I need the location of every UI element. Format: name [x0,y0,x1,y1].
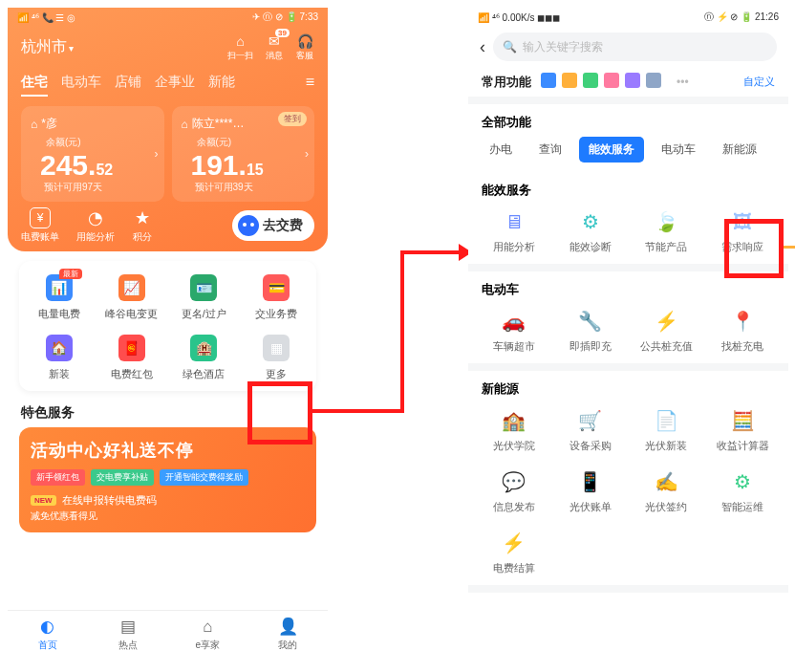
icon: 🍃 [653,208,679,235]
cat-tab-办电[interactable]: 办电 [480,137,522,163]
service-电费结算[interactable]: ⚡电费结算 [476,530,552,575]
common-functions-label: 常用功能 [482,74,531,91]
icon: 👤 [278,617,298,637]
service-信息发布[interactable]: 💬信息发布 [476,468,552,514]
cat-tab-能效服务[interactable]: 能效服务 [579,137,644,163]
tab-电动车[interactable]: 电动车 [61,74,101,97]
feature-更名/过户[interactable]: 🪪更名/过户 [168,274,241,321]
status-bar: 📶 ⁴⁶ 📞 ☰ ◎ ✈ ⓝ ⊘ 🔋 7:33 [8,8,328,27]
search-placeholder: 输入关键字搜索 [523,39,603,55]
feature-电量电费[interactable]: 最新📊电量电费 [23,274,96,321]
balance-label: 余额(元) [197,136,306,149]
feature-更多[interactable]: ▦更多 [240,335,312,381]
common-icon[interactable] [646,73,661,88]
service-即插即充[interactable]: 🔧即插即充 [552,308,629,354]
menu-icon[interactable]: ≡ [306,74,314,97]
balance-label: 余额(元) [46,136,155,149]
tab-店铺[interactable]: 店铺 [115,74,141,97]
promo-pill: 交电费享补贴 [91,469,154,486]
top-icon-消息[interactable]: ✉消息39 [265,33,284,62]
back-button[interactable]: ‹ [480,37,485,57]
service-用能分析[interactable]: 🖥用能分析 [476,208,552,254]
service-收益计算器[interactable]: 🧮收益计算器 [704,407,781,453]
arrow-h1 [312,409,404,413]
label: e享家 [196,639,221,652]
label: 电费红包 [111,367,153,381]
cat-tab-电动车[interactable]: 电动车 [652,137,705,163]
nav-首页[interactable]: ◐首页 [8,611,88,658]
label: 电费账单 [21,230,59,244]
icon: ⚡ [501,530,527,556]
service-智能运维[interactable]: ⚙智能运维 [704,468,781,514]
service-光伏签约[interactable]: ✍光伏签约 [629,468,705,514]
cat-tab-查询[interactable]: 查询 [529,137,571,163]
new-badge: 最新 [59,269,82,279]
icon: 🪪 [190,274,217,301]
chevron-down-icon: ▾ [69,43,74,54]
common-icon[interactable] [583,73,598,88]
location-text: 杭州市 [21,38,67,54]
right-phone: 📶 ⁴⁶ 0.00K/s ◼◼◼ ⓝ ⚡ ⊘ 🔋 21:26 ‹ 🔍 输入关键字… [468,8,788,658]
search-input[interactable]: 🔍 输入关键字搜索 [493,33,777,61]
nav-e享家[interactable]: ⌂e享家 [168,611,248,658]
feature-峰谷电变更[interactable]: 📈峰谷电变更 [96,274,168,321]
tool-电费账单[interactable]: ¥电费账单 [21,207,59,244]
cat-tab-新能源[interactable]: 新能源 [713,137,766,163]
tab-新能[interactable]: 新能 [208,74,235,97]
feature-绿色酒店[interactable]: 🏨绿色酒店 [168,335,241,381]
account-card-1[interactable]: ⌂陈立****… 签到 余额(元) 191.15 预计可用39天 › [172,106,315,202]
label: 我的 [278,639,297,652]
service-节能产品[interactable]: 🍃节能产品 [629,208,705,254]
service-光伏新装[interactable]: 📄光伏新装 [629,407,705,453]
status-left: 📶 ⁴⁶ 📞 ☰ ◎ [17,12,75,23]
tab-住宅[interactable]: 住宅 [21,74,48,97]
icon: 🎧 [295,33,314,50]
label: 节能产品 [645,241,687,254]
customize-button[interactable]: 自定义 [743,75,775,89]
common-icon[interactable] [625,73,640,88]
common-icon[interactable] [562,73,577,88]
icon: ⚙ [577,208,604,235]
sign-in-button[interactable]: 签到 [278,112,307,126]
label: 新装 [49,367,70,381]
label: 消息 [266,50,283,62]
section-新能源: 新能源 [468,371,788,403]
feature-新装[interactable]: 🏠新装 [23,335,96,381]
icon: 📄 [653,407,679,434]
service-公共桩充值[interactable]: ⚡公共桩充值 [629,308,705,354]
service-设备采购[interactable]: 🛒设备采购 [552,407,629,453]
service-光伏账单[interactable]: 📱光伏账单 [552,468,629,514]
tool-积分[interactable]: ★积分 [132,207,153,244]
highlight-more [247,381,312,444]
label: 车辆超市 [493,340,535,354]
nav-热点[interactable]: ▤热点 [88,611,168,658]
label: 绿色酒店 [183,367,225,381]
pay-button[interactable]: 去交费 [232,210,314,241]
icon: ⚙ [729,468,756,495]
location-selector[interactable]: 杭州市▾ [21,37,74,57]
service-光伏学院[interactable]: 🏫光伏学院 [476,407,552,453]
service-车辆超市[interactable]: 🚗车辆超市 [476,308,552,354]
icon: ¥ [30,207,51,228]
nav-我的[interactable]: 👤我的 [247,611,328,658]
feature-电费红包[interactable]: 🧧电费红包 [96,335,168,381]
tool-用能分析[interactable]: ◔用能分析 [76,207,115,244]
icon: ▤ [120,617,136,637]
icon: 🛒 [577,407,604,434]
icon: 🏫 [501,407,527,434]
service-能效诊断[interactable]: ⚙能效诊断 [552,208,629,254]
label: 设备采购 [569,440,612,453]
top-icon-扫一扫[interactable]: ⌂扫一扫 [227,33,253,62]
account-card-0[interactable]: ⌂*彦 余额(元) 245.52 预计可用97天 › [21,106,164,202]
days-left: 预计可用97天 [44,181,155,194]
icon: ★ [132,207,153,228]
common-icon[interactable] [541,73,556,88]
common-icon[interactable] [604,73,619,88]
tab-企事业[interactable]: 企事业 [155,74,195,97]
label: 智能运维 [721,501,763,514]
bottom-nav: ◐首页▤热点⌂e享家👤我的 [8,610,328,658]
top-icon-客服[interactable]: 🎧客服 [295,33,314,62]
feature-交业务费[interactable]: 💳交业务费 [240,274,312,321]
service-找桩充电[interactable]: 📍找桩充电 [704,308,781,354]
status-right: ⓝ ⚡ ⊘ 🔋 21:26 [704,11,779,24]
